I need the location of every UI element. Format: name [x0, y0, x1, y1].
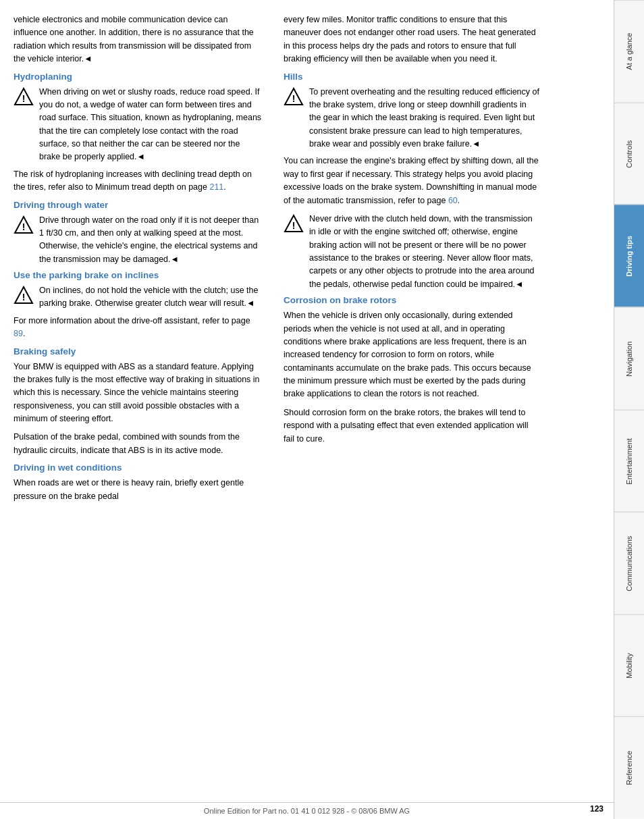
page-container: vehicle electronics and mobile communica…: [0, 0, 644, 819]
hills-warning-text-2: Never drive with the clutch held down, w…: [309, 213, 540, 291]
heading-driving-wet: Driving in wet conditions: [14, 463, 263, 473]
corrosion-body2: Should corrosion form on the brake rotor…: [284, 406, 540, 446]
footer-text: Online Edition for Part no. 01 41 0 012 …: [204, 807, 410, 815]
heading-hydroplaning: Hydroplaning: [14, 72, 263, 82]
hills-warning-block-2: ! Never drive with the clutch held down,…: [284, 213, 540, 291]
svg-text:!: !: [292, 220, 296, 231]
sidebar-tab-mobility[interactable]: Mobility: [614, 614, 644, 717]
corrosion-body1: When the vehicle is driven only occasion…: [284, 309, 540, 401]
svg-text:!: !: [22, 292, 26, 302]
hydroplaning-body: The risk of hydroplaning increases with …: [14, 168, 263, 194]
svg-text:!: !: [292, 93, 296, 104]
parking-brake-link[interactable]: 89: [14, 329, 23, 338]
warning-icon-4: !: [284, 87, 304, 107]
right-column: every few miles. Monitor traffic conditi…: [277, 14, 540, 792]
braking-safely-body1: Your BMW is equipped with ABS as a stand…: [14, 361, 263, 426]
heading-braking-safely: Braking safely: [14, 346, 263, 356]
sidebar-tab-at-a-glance[interactable]: At a glance: [614, 0, 644, 103]
sidebar-tab-driving-tips[interactable]: Driving tips: [614, 205, 644, 307]
heading-hills: Hills: [284, 72, 540, 82]
driving-wet-body: When roads are wet or there is heavy rai…: [14, 477, 263, 503]
driving-water-warning-block: ! Drive through water on the road only i…: [14, 214, 263, 267]
main-content: vehicle electronics and mobile communica…: [0, 0, 614, 819]
hills-body1: You can increase the engine's braking ef…: [284, 155, 540, 207]
section-parking-brake: Use the parking brake on inclines ! On i…: [14, 270, 263, 341]
section-hills: Hills ! To prevent overheating and the r…: [284, 72, 540, 292]
footer: Online Edition for Part no. 01 41 0 012 …: [0, 802, 614, 819]
parking-brake-warning-text: On inclines, do not hold the vehicle wit…: [39, 284, 263, 311]
left-intro-text: vehicle electronics and mobile communica…: [14, 14, 263, 66]
parking-brake-body: For more information about the drive-off…: [14, 315, 263, 341]
sidebar-tab-controls[interactable]: Controls: [614, 103, 644, 205]
hydroplaning-warning-text: When driving on wet or slushy roads, red…: [39, 86, 263, 164]
driving-water-warning-text: Drive through water on the road only if …: [39, 214, 263, 267]
section-driving-wet: Driving in wet conditions When roads are…: [14, 463, 263, 503]
hills-warning-text: To prevent overheating and the resulting…: [309, 86, 540, 151]
section-driving-through-water: Driving through water ! Drive through wa…: [14, 200, 263, 267]
page-number: 123: [590, 804, 603, 814]
svg-text:!: !: [22, 93, 26, 104]
warning-icon-2: !: [14, 215, 34, 236]
heading-corrosion: Corrosion on brake rotors: [284, 295, 540, 305]
heading-parking-brake: Use the parking brake on inclines: [14, 270, 263, 280]
hydroplaning-warning-block: ! When driving on wet or slushy roads, r…: [14, 86, 263, 164]
section-braking-safely: Braking safely Your BMW is equipped with…: [14, 346, 263, 458]
right-intro-text: every few miles. Monitor traffic conditi…: [284, 14, 540, 66]
parking-brake-warning-block: ! On inclines, do not hold the vehicle w…: [14, 284, 263, 311]
hills-warning-block: ! To prevent overheating and the resulti…: [284, 86, 540, 151]
sidebar-tab-communications[interactable]: Communications: [614, 512, 644, 614]
heading-driving-through-water: Driving through water: [14, 200, 263, 210]
left-column: vehicle electronics and mobile communica…: [14, 14, 277, 792]
hydroplaning-link[interactable]: 211: [209, 182, 223, 192]
section-corrosion: Corrosion on brake rotors When the vehic…: [284, 295, 540, 446]
braking-safely-body2: Pulsation of the brake pedal, combined w…: [14, 431, 263, 457]
svg-text:!: !: [22, 221, 26, 232]
hills-link[interactable]: 60: [448, 196, 458, 205]
sidebar-tab-reference[interactable]: Reference: [614, 716, 644, 819]
sidebar: At a glance Controls Driving tips Naviga…: [614, 0, 644, 819]
sidebar-tab-entertainment[interactable]: Entertainment: [614, 410, 644, 512]
section-hydroplaning: Hydroplaning ! When driving on wet or sl…: [14, 72, 263, 194]
warning-icon-5: !: [284, 214, 304, 234]
warning-icon: !: [14, 87, 34, 107]
warning-icon-3: !: [14, 286, 34, 306]
sidebar-tab-navigation[interactable]: Navigation: [614, 307, 644, 410]
